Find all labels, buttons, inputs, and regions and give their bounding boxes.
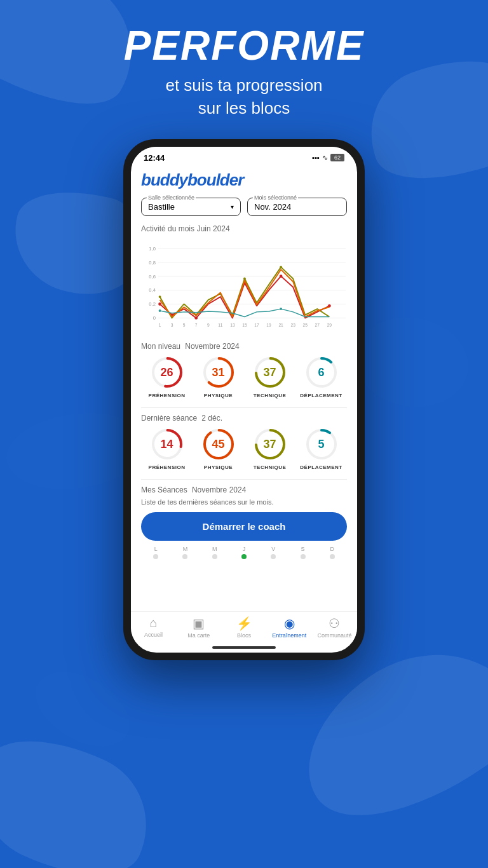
ring-container: 37: [252, 426, 288, 462]
svg-point-34: [243, 277, 246, 280]
metric-value: 37: [263, 437, 276, 451]
svg-point-31: [280, 275, 283, 278]
ring-container: 6: [304, 355, 339, 390]
nav-item-blocs[interactable]: ⚡Blocs: [221, 616, 266, 639]
week-dot: [301, 554, 306, 559]
svg-text:17: 17: [254, 323, 259, 327]
ring-container: 45: [201, 426, 236, 462]
nav-label: Ma carte: [187, 632, 210, 639]
selector-salle-label: Salle sélectionnée: [147, 194, 196, 201]
metric-value: 26: [160, 365, 173, 379]
seance-metrics-row: 14PRÉHENSION45PHYSIQUE37TECHNIQUE5DÉPLAC…: [141, 426, 347, 470]
nav-item-accueil[interactable]: ⌂Accueil: [131, 616, 176, 638]
metric-item: 37TECHNIQUE: [244, 426, 295, 470]
svg-text:1: 1: [159, 323, 161, 327]
nav-label: Communauté: [317, 632, 351, 639]
subheadline: et suis ta progression sur les blocs: [165, 74, 322, 120]
week-row: LMMJVSD: [141, 546, 347, 559]
week-dot: [153, 554, 158, 559]
selector-salle[interactable]: Salle sélectionnée Bastille ▾: [141, 198, 241, 216]
week-day: D: [330, 546, 335, 559]
activity-chart: 1,0 0,8 0,6 0,4 0,2 0 1 3 5 7 9 11 13: [141, 237, 347, 332]
week-dot: [212, 554, 217, 559]
chevron-down-icon: ▾: [231, 203, 234, 210]
week-day: M: [182, 546, 187, 559]
selector-mois-label: Mois sélectionné: [253, 194, 298, 201]
nav-label: Entraînement: [272, 632, 306, 639]
svg-point-37: [280, 308, 282, 310]
week-day-label: M: [183, 546, 188, 552]
ring-container: 26: [149, 355, 185, 390]
seance-section: Dernière séance 2 déc. 14PRÉHENSION45PHY…: [141, 413, 347, 470]
svg-text:27: 27: [315, 323, 320, 327]
week-day-label: M: [212, 546, 217, 552]
metric-value: 14: [160, 437, 173, 451]
nav-card-icon: ▣: [193, 616, 205, 631]
svg-text:19: 19: [266, 323, 271, 327]
nav-label: Accueil: [144, 632, 163, 638]
svg-text:29: 29: [327, 323, 332, 327]
metric-item: 14PRÉHENSION: [141, 426, 193, 470]
app-logo-text: buddyboulder: [141, 170, 243, 189]
mes-seances-title: Mes Séances Novembre 2024: [141, 485, 347, 494]
week-day-label: S: [301, 546, 305, 552]
nav-person-icon: ◉: [284, 616, 295, 631]
week-day-label: V: [271, 546, 275, 552]
week-dot: [271, 554, 276, 559]
svg-text:0: 0: [153, 315, 156, 321]
svg-text:15: 15: [242, 323, 247, 327]
activity-section-title: Activité du mois Juin 2024: [141, 224, 347, 233]
nav-item-macarte[interactable]: ▣Ma carte: [176, 616, 221, 639]
svg-text:0,4: 0,4: [149, 287, 156, 293]
status-bar: 12:44 ▪▪▪ ∿ 62: [131, 147, 357, 165]
battery-icon: 62: [330, 154, 344, 161]
week-day: J: [241, 546, 247, 559]
selector-mois[interactable]: Mois sélectionné Nov. 2024: [247, 198, 347, 216]
svg-text:7: 7: [195, 323, 198, 327]
nav-item-communauté[interactable]: ⚇Communauté: [312, 616, 357, 639]
svg-text:3: 3: [171, 323, 173, 327]
divider-1: [141, 407, 347, 408]
metric-value: 37: [263, 365, 276, 379]
week-day-label: D: [330, 546, 335, 552]
phone-screen: 12:44 ▪▪▪ ∿ 62 buddyboulder Salle sélect…: [131, 147, 357, 653]
metric-value: 31: [212, 365, 224, 379]
mes-seances-section: Mes Séances Novembre 2024 Liste de tes d…: [141, 485, 347, 506]
nav-item-entraînement[interactable]: ◉Entraînement: [267, 616, 312, 639]
svg-point-36: [159, 309, 161, 312]
metric-item: 31PHYSIQUE: [193, 355, 244, 398]
metric-label: DÉPLACEMENT: [300, 465, 342, 470]
selector-row: Salle sélectionnée Bastille ▾ Mois sélec…: [141, 198, 347, 216]
svg-text:0,8: 0,8: [149, 259, 156, 265]
nav-label: Blocs: [237, 632, 251, 639]
metric-item: 26PRÉHENSION: [141, 355, 193, 398]
svg-text:5: 5: [183, 323, 186, 327]
app-content[interactable]: buddyboulder Salle sélectionnée Bastille…: [131, 165, 357, 611]
home-indicator: [212, 646, 276, 649]
svg-point-27: [158, 302, 161, 306]
page-wrapper: PERFORME et suis ta progression sur les …: [0, 0, 488, 868]
bottom-nav: ⌂Accueil▣Ma carte⚡Blocs◉Entraînement⚇Com…: [131, 611, 357, 644]
svg-point-29: [194, 316, 198, 320]
seance-title: Dernière séance 2 déc.: [141, 413, 347, 423]
svg-text:21: 21: [278, 323, 283, 327]
niveau-metrics-row: 26PRÉHENSION31PHYSIQUE37TECHNIQUE6DÉPLAC…: [141, 355, 347, 398]
week-day: S: [301, 546, 306, 559]
metric-value: 5: [318, 437, 324, 451]
ring-container: 5: [304, 426, 339, 462]
metric-label: DÉPLACEMENT: [300, 393, 342, 398]
status-icons: ▪▪▪ ∿ 62: [312, 154, 344, 162]
coach-button[interactable]: Démarrer le coach: [141, 512, 347, 541]
svg-text:0,2: 0,2: [149, 301, 156, 307]
svg-text:13: 13: [230, 323, 235, 327]
wifi-icon: ∿: [322, 154, 328, 162]
week-day-label: J: [243, 546, 246, 552]
metric-label: TECHNIQUE: [254, 465, 287, 470]
metric-value: 45: [212, 437, 224, 451]
week-dot: [182, 554, 187, 559]
week-dot: [330, 554, 335, 559]
niveau-section: Mon niveau Novembre 2024 26PRÉHENSION31P…: [141, 341, 347, 398]
niveau-title: Mon niveau Novembre 2024: [141, 341, 347, 351]
week-day-label: L: [154, 546, 158, 552]
metric-item: 6DÉPLACEMENT: [295, 355, 347, 398]
